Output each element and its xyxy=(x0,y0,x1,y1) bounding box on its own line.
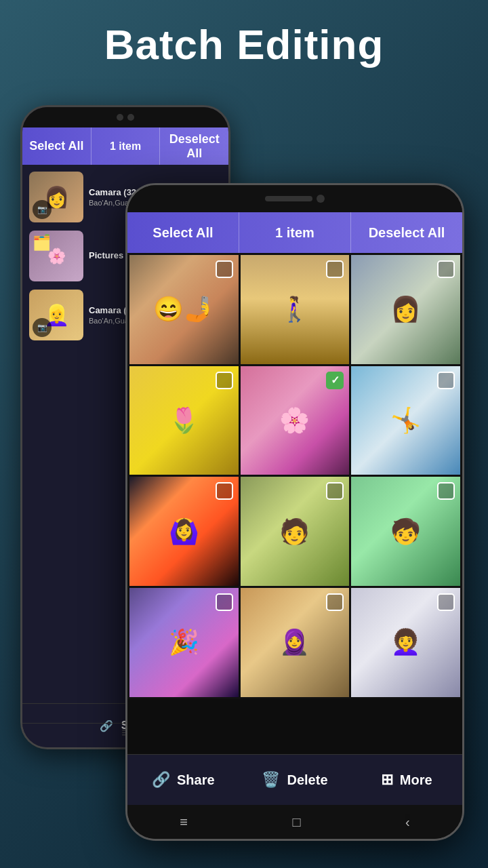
back-nav-icon[interactable]: ‹ xyxy=(405,814,410,830)
front-camera xyxy=(317,195,325,203)
photo-checkbox-10[interactable] xyxy=(216,593,233,611)
album-thumb: 🗂️ 🌸 xyxy=(29,231,83,281)
photo-checkbox-9[interactable] xyxy=(437,482,455,500)
share-button[interactable]: 🔗 Share xyxy=(127,771,239,789)
more-icon: ⊞ xyxy=(381,771,393,789)
back-item-count: 1 item xyxy=(92,127,161,165)
photo-grid: 😄🤳 🚶‍♀️ 👩 🌷 🌸 🤸 xyxy=(127,253,462,699)
item-count-label: 1 item xyxy=(239,212,351,253)
photo-cell[interactable]: 😄🤳 xyxy=(129,255,239,364)
more-button[interactable]: ⊞ More xyxy=(350,771,462,789)
photo-checkbox-4[interactable] xyxy=(216,372,233,389)
navigation-bar: ≡ □ ‹ xyxy=(127,805,462,839)
phone-front: Select All 1 item Deselect All 😄🤳 🚶‍♀️ 👩… xyxy=(125,183,464,841)
photo-cell[interactable]: 🧕 xyxy=(241,588,350,697)
front-phone-top xyxy=(127,185,462,212)
photo-checkbox-1[interactable] xyxy=(216,260,233,278)
back-select-all-button[interactable]: Select All xyxy=(22,127,92,165)
photo-cell[interactable]: 👩‍🦱 xyxy=(351,588,460,697)
photo-checkbox-2[interactable] xyxy=(326,260,344,278)
home-nav-icon[interactable]: □ xyxy=(292,814,300,830)
album-thumb: 👱‍♀️ 📷 xyxy=(29,290,83,340)
front-speaker xyxy=(265,196,312,201)
delete-button[interactable]: 🗑️ Delete xyxy=(239,771,351,789)
back-deselect-all-button[interactable]: Deselect All xyxy=(160,127,228,165)
photo-checkbox-8[interactable] xyxy=(326,482,344,500)
photo-checkbox-12[interactable] xyxy=(437,593,455,611)
photo-cell[interactable]: 🌷 xyxy=(129,366,239,475)
photo-grid-container: 😄🤳 🚶‍♀️ 👩 🌷 🌸 🤸 xyxy=(127,253,462,795)
photo-cell[interactable]: 🙆‍♀️ xyxy=(129,477,239,586)
menu-nav-icon[interactable]: ≡ xyxy=(180,814,188,830)
share-icon: 🔗 xyxy=(152,771,170,789)
page-title: Batch Editing xyxy=(0,0,488,82)
album-thumb: 👩 📷 xyxy=(29,172,83,222)
photo-checkbox-11[interactable] xyxy=(326,593,344,611)
photo-cell[interactable]: 🤸 xyxy=(351,366,460,475)
photo-cell[interactable]: 🧑 xyxy=(241,477,350,586)
delete-label: Delete xyxy=(287,772,327,788)
front-toolbar: Select All 1 item Deselect All xyxy=(127,212,462,253)
photo-checkbox-6[interactable] xyxy=(437,372,455,389)
photo-checkbox-7[interactable] xyxy=(216,482,233,500)
share-label: Share xyxy=(177,772,215,788)
photo-cell[interactable]: 👩 xyxy=(351,255,460,364)
select-all-button[interactable]: Select All xyxy=(127,212,239,253)
photo-checkbox-3[interactable] xyxy=(437,260,455,278)
camera-icon: 📷 xyxy=(33,318,52,337)
delete-icon: 🗑️ xyxy=(262,771,280,789)
camera-icon: 📷 xyxy=(33,200,52,219)
photo-cell[interactable]: 🚶‍♀️ xyxy=(241,255,350,364)
back-toolbar: Select All 1 item Deselect All xyxy=(22,127,228,165)
photo-cell[interactable]: 🎉 xyxy=(129,588,239,697)
photo-cell[interactable]: 🧒 xyxy=(351,477,460,586)
deselect-all-button[interactable]: Deselect All xyxy=(351,212,462,253)
bottom-action-bar: 🔗 Share 🗑️ Delete ⊞ More xyxy=(127,754,462,805)
photo-cell[interactable]: 🌸 xyxy=(241,366,350,475)
photo-checkbox-5[interactable] xyxy=(326,372,344,389)
back-phone-notch xyxy=(22,107,228,127)
more-label: More xyxy=(400,772,432,788)
